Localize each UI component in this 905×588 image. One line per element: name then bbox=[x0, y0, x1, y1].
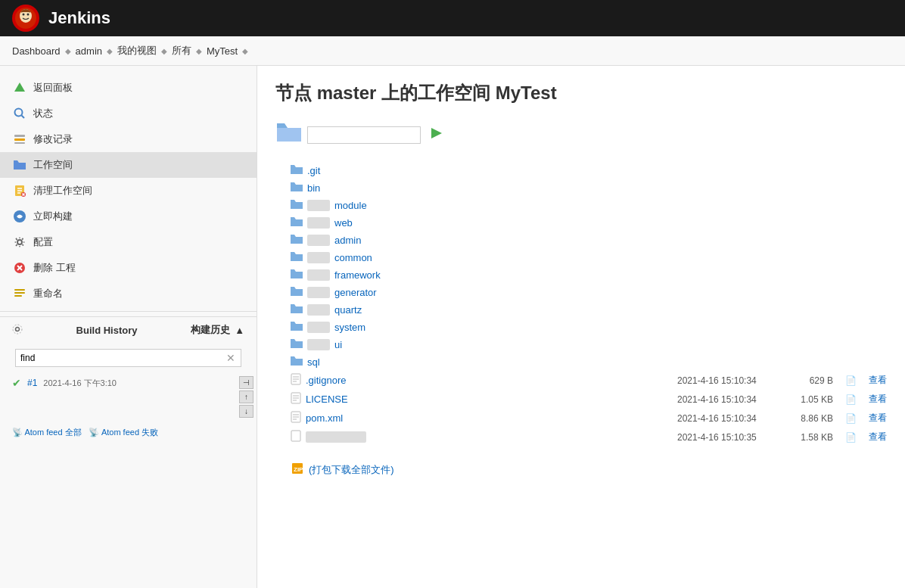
sidebar-item-config[interactable]: 配置 bbox=[0, 229, 257, 255]
scroll-top-button[interactable]: ⊣ bbox=[239, 376, 253, 389]
file-link[interactable]: quartz bbox=[334, 304, 362, 316]
breadcrumb: Dashboard ◆ admin ◆ 我的视图 ◆ 所有 ◆ MyTest ◆ bbox=[0, 36, 905, 66]
folder-item-icon bbox=[291, 269, 303, 282]
svg-rect-9 bbox=[14, 142, 25, 144]
sidebar-item-build[interactable]: 立即构建 bbox=[0, 204, 257, 229]
file-meta: 2021-4-16 15:10:34 1.05 KB 📄 查看 bbox=[677, 393, 887, 406]
file-link[interactable]: module bbox=[334, 200, 367, 211]
file-view-link[interactable]: 查看 bbox=[869, 412, 887, 425]
file-link[interactable]: generator bbox=[334, 287, 377, 298]
blurred-prefix bbox=[307, 287, 330, 298]
breadcrumb-dashboard[interactable]: Dashboard bbox=[12, 45, 61, 57]
collapse-icon[interactable]: ▲ bbox=[235, 325, 244, 336]
delete-icon bbox=[12, 260, 27, 275]
file-link[interactable]: sql bbox=[307, 356, 320, 368]
svg-line-6 bbox=[22, 116, 25, 119]
scroll-down-button[interactable]: ↓ bbox=[239, 405, 253, 418]
file-icon-small: 📄 bbox=[845, 432, 857, 443]
path-input[interactable] bbox=[307, 126, 421, 144]
scroll-up-button[interactable]: ↑ bbox=[239, 390, 253, 403]
list-item: admin bbox=[291, 232, 887, 249]
svg-rect-23 bbox=[14, 292, 25, 294]
file-meta: 2021-4-16 15:10:35 1.58 KB 📄 查看 bbox=[677, 431, 887, 443]
folder-item-icon bbox=[291, 182, 303, 194]
file-link[interactable]: ui bbox=[334, 339, 342, 350]
breadcrumb-admin[interactable]: admin bbox=[76, 45, 102, 57]
svg-point-25 bbox=[16, 327, 20, 331]
file-view-link[interactable]: 查看 bbox=[869, 374, 887, 387]
build-search-box: find ✕ bbox=[9, 346, 247, 370]
page-title: 节点 master 上的工作空间 MyTest bbox=[275, 81, 887, 105]
path-go-button[interactable] bbox=[425, 126, 446, 145]
folder-large-icon bbox=[275, 120, 303, 150]
rss-icon-fail: 📡 bbox=[89, 428, 99, 437]
list-item: LICENSE 2021-4-16 15:10:34 1.05 KB 📄 查看 bbox=[291, 390, 887, 409]
gear-small-icon bbox=[12, 324, 23, 337]
list-item: 2021-4-16 15:10:35 1.58 KB 📄 查看 bbox=[291, 428, 887, 446]
search-clear-button[interactable]: ✕ bbox=[226, 352, 235, 364]
file-list: .git bin module bbox=[291, 162, 887, 446]
breadcrumb-mytest[interactable]: MyTest bbox=[207, 45, 238, 57]
breadcrumb-sep-5: ◆ bbox=[242, 47, 248, 55]
svg-rect-8 bbox=[14, 138, 25, 141]
sidebar-item-rename[interactable]: 重命名 bbox=[0, 281, 257, 306]
sidebar-item-back[interactable]: 返回面板 bbox=[0, 75, 257, 101]
jenkins-logo bbox=[12, 5, 39, 32]
file-icon-small: 📄 bbox=[845, 375, 857, 386]
blurred-prefix bbox=[307, 269, 330, 281]
blurred-filename bbox=[306, 431, 366, 443]
sidebar: 返回面板 状态 修改记录 工作空间 清理工作空间 bbox=[0, 66, 257, 588]
download-all-link[interactable]: ZIP (打包下载全部文件) bbox=[291, 462, 887, 478]
file-link[interactable]: framework bbox=[334, 269, 381, 281]
breadcrumb-all[interactable]: 所有 bbox=[172, 44, 191, 58]
breadcrumb-sep-2: ◆ bbox=[107, 47, 113, 55]
file-view-link[interactable]: 查看 bbox=[869, 393, 887, 406]
blurred-prefix bbox=[307, 235, 330, 246]
file-size: 1.58 KB bbox=[788, 432, 833, 443]
build-number-link[interactable]: #1 bbox=[27, 378, 37, 388]
svg-marker-27 bbox=[431, 128, 442, 138]
breadcrumb-myview[interactable]: 我的视图 bbox=[117, 44, 157, 58]
file-link[interactable]: LICENSE bbox=[306, 394, 348, 405]
sidebar-item-delete[interactable]: 删除 工程 bbox=[0, 255, 257, 281]
svg-point-3 bbox=[27, 14, 30, 16]
list-item: ui bbox=[291, 336, 887, 353]
sidebar-item-changes[interactable]: 修改记录 bbox=[0, 126, 257, 152]
search-icon bbox=[12, 106, 27, 121]
file-item-icon bbox=[291, 430, 301, 444]
breadcrumb-sep-3: ◆ bbox=[161, 47, 167, 55]
sidebar-item-workspace[interactable]: 工作空间 bbox=[0, 152, 257, 178]
list-item: web bbox=[291, 214, 887, 232]
file-view-link[interactable]: 查看 bbox=[869, 431, 887, 443]
file-link[interactable]: .git bbox=[307, 165, 320, 176]
atom-feed-fail-link[interactable]: Atom feed 失败 bbox=[101, 428, 158, 437]
blurred-prefix bbox=[307, 304, 330, 316]
file-size: 1.05 KB bbox=[788, 394, 833, 405]
blurred-prefix bbox=[307, 252, 330, 263]
file-link[interactable]: bin bbox=[307, 182, 320, 194]
atom-feed-all-link[interactable]: Atom feed 全部 bbox=[24, 428, 81, 437]
file-link[interactable]: admin bbox=[334, 235, 361, 246]
folder-item-icon bbox=[291, 199, 303, 212]
list-item: system bbox=[291, 319, 887, 336]
layout: 返回面板 状态 修改记录 工作空间 清理工作空间 bbox=[0, 66, 905, 588]
path-bar bbox=[275, 120, 887, 150]
list-item: pom.xml 2021-4-16 15:10:34 8.86 KB 📄 查看 bbox=[291, 409, 887, 428]
file-link[interactable]: web bbox=[334, 217, 353, 229]
build-search-input[interactable]: find bbox=[15, 349, 241, 367]
breadcrumb-sep-1: ◆ bbox=[65, 47, 71, 55]
file-icon-small: 📄 bbox=[845, 413, 857, 424]
blurred-prefix bbox=[307, 200, 330, 211]
file-link[interactable]: pom.xml bbox=[306, 412, 343, 424]
file-item-icon bbox=[291, 411, 301, 425]
svg-rect-40 bbox=[291, 431, 300, 441]
file-link[interactable]: .gitignore bbox=[306, 375, 346, 386]
svg-point-5 bbox=[15, 109, 23, 117]
sidebar-item-status[interactable]: 状态 bbox=[0, 101, 257, 126]
file-link[interactable]: common bbox=[334, 252, 372, 263]
svg-rect-22 bbox=[14, 289, 25, 291]
file-link[interactable]: system bbox=[334, 322, 365, 333]
build-icon bbox=[12, 209, 27, 224]
svg-rect-24 bbox=[14, 295, 22, 297]
sidebar-item-clean[interactable]: 清理工作空间 bbox=[0, 178, 257, 204]
